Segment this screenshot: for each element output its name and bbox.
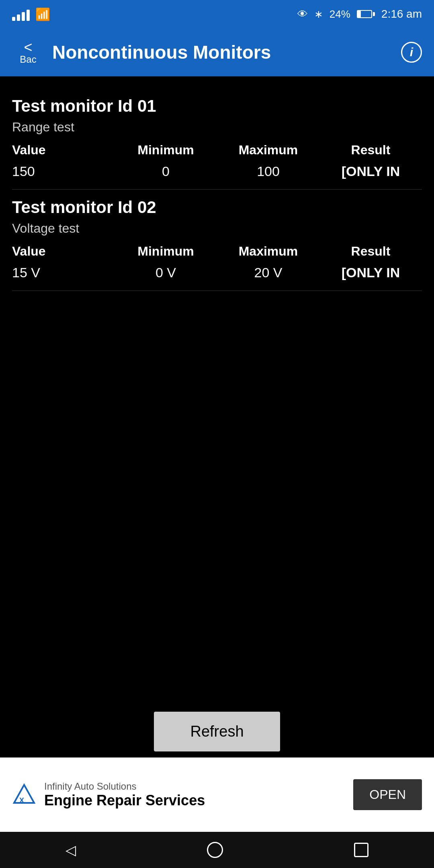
monitor-section-1: Test monitor Id 01 Range test Value Mini…	[12, 88, 422, 190]
monitor-table-2: Value Minimum Maximum Result 15 V 0 V 20…	[12, 244, 422, 283]
ad-left: X Infinity Auto Solutions Engine Repair …	[12, 781, 205, 809]
table-header-1: Value Minimum Maximum Result	[12, 143, 422, 158]
back-button[interactable]: < Bac	[12, 40, 44, 64]
ad-text: Infinity Auto Solutions Engine Repair Se…	[44, 781, 205, 809]
ad-title: Engine Repair Services	[44, 792, 205, 809]
cell-max-2: 20 V	[217, 263, 319, 283]
app-bar: < Bac Noncontinuous Monitors i	[0, 28, 434, 76]
col-header-value-2: Value	[12, 244, 115, 259]
battery-percent: 24%	[330, 8, 350, 20]
col-header-min-1: Minimum	[115, 143, 217, 158]
monitor-type-2: Voltage test	[12, 221, 422, 236]
table-row-2: 15 V 0 V 20 V [ONLY IN	[12, 263, 422, 283]
cell-value-1: 150	[12, 162, 115, 181]
monitor-table-1: Value Minimum Maximum Result 150 0 100 […	[12, 143, 422, 181]
monitor-type-1: Range test	[12, 120, 422, 135]
refresh-container: Refresh	[0, 712, 434, 751]
table-header-2: Value Minimum Maximum Result	[12, 244, 422, 259]
col-header-result-1: Result	[319, 143, 422, 158]
table-row-1: 150 0 100 [ONLY IN	[12, 162, 422, 181]
wifi-icon: 📶	[35, 7, 50, 21]
monitor-id-2: Test monitor Id 02	[12, 198, 422, 217]
cell-result-2: [ONLY IN	[319, 263, 422, 283]
nav-back-button[interactable]: ◁	[66, 842, 76, 858]
col-header-max-1: Maximum	[217, 143, 319, 158]
back-label: Bac	[20, 55, 36, 64]
ad-logo-icon: X	[12, 783, 36, 807]
svg-text:X: X	[19, 796, 24, 805]
status-left: 📶	[12, 7, 50, 21]
monitor-id-1: Test monitor Id 01	[12, 96, 422, 116]
col-header-min-2: Minimum	[115, 244, 217, 259]
col-header-value-1: Value	[12, 143, 115, 158]
refresh-button[interactable]: Refresh	[154, 712, 280, 751]
bluetooth-icon: ∗	[314, 8, 323, 20]
ad-company: Infinity Auto Solutions	[44, 781, 205, 792]
page-title: Noncontinuous Monitors	[52, 41, 393, 63]
eye-icon: 👁	[297, 8, 308, 20]
battery-icon	[357, 10, 375, 18]
cell-min-2: 0 V	[115, 263, 217, 283]
back-chevron: <	[24, 40, 32, 55]
nav-home-button[interactable]	[207, 842, 223, 858]
ad-open-button[interactable]: OPEN	[353, 779, 422, 810]
cell-max-1: 100	[217, 162, 319, 181]
cell-value-2: 15 V	[12, 263, 115, 283]
status-bar: 📶 👁 ∗ 24% 2:16 am	[0, 0, 434, 28]
col-header-max-2: Maximum	[217, 244, 319, 259]
cell-min-1: 0	[115, 162, 217, 181]
cell-result-1: [ONLY IN	[319, 162, 422, 181]
status-right: 👁 ∗ 24% 2:16 am	[297, 8, 422, 20]
nav-bar: ◁	[0, 832, 434, 868]
nav-recent-button[interactable]	[354, 843, 368, 857]
info-icon[interactable]: i	[401, 42, 422, 63]
ad-banner: X Infinity Auto Solutions Engine Repair …	[0, 757, 434, 832]
col-header-result-2: Result	[319, 244, 422, 259]
content-area: Test monitor Id 01 Range test Value Mini…	[0, 76, 434, 291]
signal-icon	[12, 7, 30, 21]
time-display: 2:16 am	[381, 8, 422, 20]
monitor-section-2: Test monitor Id 02 Voltage test Value Mi…	[12, 190, 422, 291]
